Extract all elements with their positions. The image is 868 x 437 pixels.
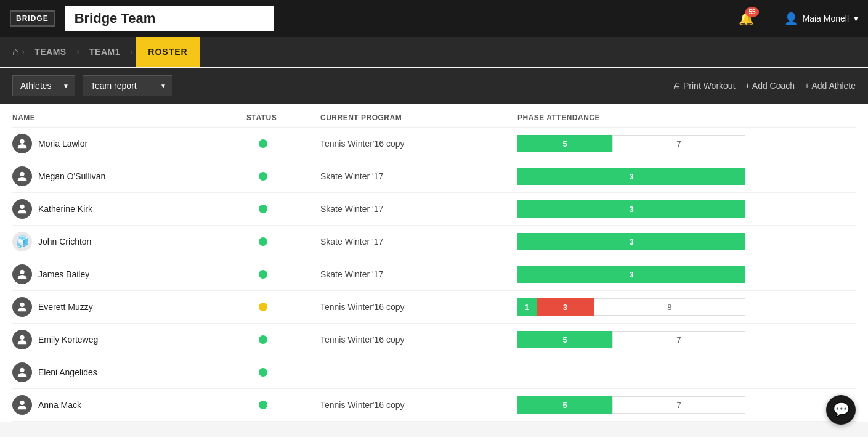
attendance-cell: 57 xyxy=(517,396,856,414)
athlete-name[interactable]: Anna Mack xyxy=(12,395,246,415)
user-icon: 👤 xyxy=(784,12,798,25)
table-row: Anna Mack Tennis Winter'16 copy 57 xyxy=(12,389,856,422)
attendance-cell: 3 xyxy=(517,168,856,185)
header-divider xyxy=(769,6,769,31)
attendance-green-bar: 5 xyxy=(517,135,612,152)
athlete-name[interactable]: 🧊 John Crichton xyxy=(12,232,246,251)
attendance-green-bar: 3 xyxy=(517,266,745,283)
status-cell xyxy=(246,172,320,181)
print-workout-button[interactable]: 🖨 Print Workout xyxy=(672,81,736,91)
attendance-cell: 57 xyxy=(517,135,856,152)
avatar: 🧊 xyxy=(12,232,32,251)
table-body: Moria Lawlor Tennis Winter'16 copy 57 Me… xyxy=(12,128,856,422)
athlete-name[interactable]: Eleni Angelides xyxy=(12,362,246,382)
status-cell xyxy=(246,303,320,311)
team-title-input[interactable] xyxy=(65,6,274,31)
table-row: James Bailey Skate Winter '17 3 xyxy=(12,258,856,291)
avatar xyxy=(12,297,32,317)
breadcrumb-teams[interactable]: TEAMS xyxy=(27,47,74,57)
attendance-green-bar: 3 xyxy=(517,168,745,185)
attendance-empty-bar: 7 xyxy=(612,135,745,152)
header: BRIDGE 🔔 55 👤 Maia Monell ▾ xyxy=(0,0,868,37)
report-type-select[interactable]: Team report Individual report xyxy=(83,75,172,96)
attendance-bar: 3 xyxy=(517,266,745,283)
roster-table: NAME STATUS CURRENT PROGRAM PHASE ATTEND… xyxy=(0,104,868,422)
chevron-icon-3: › xyxy=(130,46,133,57)
avatar xyxy=(12,134,32,153)
status-dot xyxy=(259,172,267,181)
chat-button[interactable]: 💬 xyxy=(826,395,856,422)
col-status: STATUS xyxy=(246,113,320,122)
attendance-cell: 3 xyxy=(517,233,856,250)
breadcrumb-team1[interactable]: TEAM1 xyxy=(82,47,128,57)
notification-bell[interactable]: 🔔 55 xyxy=(739,11,754,26)
table-row: Emily Korteweg Tennis Winter'16 copy 57 xyxy=(12,324,856,356)
status-cell xyxy=(246,270,320,279)
report-select-wrapper: Team report Individual report xyxy=(83,75,172,96)
table-row: Katherine Kirk Skate Winter '17 3 xyxy=(12,193,856,226)
table-header: NAME STATUS CURRENT PROGRAM PHASE ATTEND… xyxy=(12,104,856,128)
add-athlete-button[interactable]: + Add Athlete xyxy=(805,81,856,91)
athlete-name[interactable]: Megan O'Sullivan xyxy=(12,166,246,186)
program-name: Tennis Winter'16 copy xyxy=(320,400,517,410)
col-name: NAME xyxy=(12,113,246,122)
attendance-bar: 57 xyxy=(517,135,745,152)
athlete-name[interactable]: James Bailey xyxy=(12,264,246,284)
attendance-cell: 3 xyxy=(517,266,856,283)
table-row: 🧊 John Crichton Skate Winter '17 3 xyxy=(12,226,856,258)
athlete-name[interactable]: Everett Muzzy xyxy=(12,297,246,317)
table-row: Megan O'Sullivan Skate Winter '17 3 xyxy=(12,160,856,193)
svg-point-7 xyxy=(20,401,24,405)
svg-point-5 xyxy=(20,335,24,340)
status-dot xyxy=(259,270,267,279)
program-name: Tennis Winter'16 copy xyxy=(320,335,517,345)
svg-point-4 xyxy=(20,303,24,307)
print-icon: 🖨 xyxy=(672,81,681,91)
svg-point-2 xyxy=(20,205,24,209)
user-dropdown-icon: ▾ xyxy=(854,14,858,23)
user-menu[interactable]: 👤 Maia Monell ▾ xyxy=(784,12,858,25)
avatar xyxy=(12,264,32,284)
avatar xyxy=(12,362,32,382)
avatar xyxy=(12,330,32,349)
attendance-empty-bar: 7 xyxy=(612,331,745,348)
status-dot xyxy=(259,205,267,213)
attendance-cell: 57 xyxy=(517,331,856,348)
attendance-green-bar: 3 xyxy=(517,233,745,250)
attendance-bar: 57 xyxy=(517,396,745,414)
breadcrumb: ⌂ › TEAMS › TEAM1 › ROSTER xyxy=(0,37,868,67)
svg-point-3 xyxy=(20,270,24,274)
svg-point-1 xyxy=(20,172,24,176)
attendance-bar: 57 xyxy=(517,331,745,348)
filter-select-wrapper: Athletes Coaches All xyxy=(12,75,75,96)
chevron-icon-2: › xyxy=(76,46,79,57)
attendance-cell: 138 xyxy=(517,298,856,316)
home-breadcrumb[interactable]: ⌂ xyxy=(12,46,19,59)
attendance-green-bar: 5 xyxy=(517,396,612,414)
program-name: Skate Winter '17 xyxy=(320,204,517,214)
add-coach-button[interactable]: + Add Coach xyxy=(745,81,795,91)
status-cell xyxy=(246,368,320,377)
attendance-green-bar: 1 xyxy=(517,298,537,316)
status-cell xyxy=(246,335,320,344)
athlete-name[interactable]: Emily Korteweg xyxy=(12,330,246,349)
status-dot xyxy=(259,139,267,148)
status-dot xyxy=(259,401,267,409)
user-name: Maia Monell xyxy=(803,14,849,23)
athletes-filter-select[interactable]: Athletes Coaches All xyxy=(12,75,75,96)
logo: BRIDGE xyxy=(10,10,55,27)
status-cell xyxy=(246,205,320,213)
attendance-red-bar: 3 xyxy=(537,298,594,316)
breadcrumb-roster[interactable]: ROSTER xyxy=(136,37,200,67)
attendance-empty-bar: 7 xyxy=(612,396,745,414)
notification-count: 55 xyxy=(745,7,758,17)
program-name: Skate Winter '17 xyxy=(320,171,517,181)
athlete-name[interactable]: Moria Lawlor xyxy=(12,134,246,153)
attendance-bar: 3 xyxy=(517,168,745,185)
attendance-bar: 3 xyxy=(517,233,745,250)
status-dot xyxy=(259,335,267,344)
program-name: Tennis Winter'16 copy xyxy=(320,302,517,312)
table-row: Eleni Angelides xyxy=(12,356,856,389)
athlete-name[interactable]: Katherine Kirk xyxy=(12,199,246,219)
attendance-cell: 3 xyxy=(517,200,856,218)
